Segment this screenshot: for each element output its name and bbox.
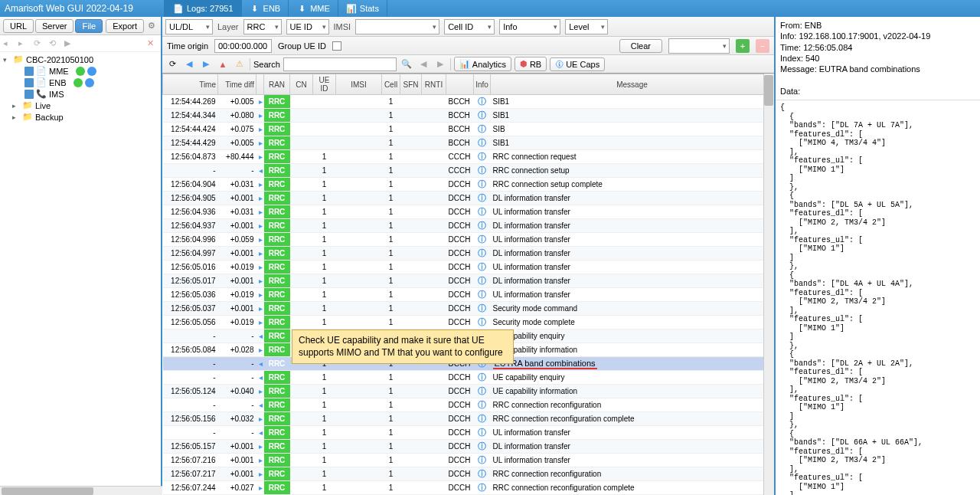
table-row[interactable]: 12:54:44.344+0.080▸RRC1BCCHⓘSIB1 [163, 109, 774, 123]
file-button[interactable]: File [75, 19, 103, 33]
info-icon[interactable]: ⓘ [478, 166, 486, 175]
col-cell[interactable]: Cell [382, 74, 400, 95]
add-button[interactable]: + [736, 39, 750, 53]
group-ueid-checkbox[interactable] [332, 41, 341, 51]
tab-enb[interactable]: ⬇ENB [242, 0, 289, 17]
tab-logs[interactable]: 📄Logs: 27951 [165, 0, 242, 17]
table-row[interactable]: 12:54:44.429+0.005▸RRC1BCCHⓘSIB1 [163, 136, 774, 150]
table-row[interactable]: 12:56:07.216+0.001▸RRC11DCCHⓘUL informat… [163, 454, 774, 467]
info-icon[interactable]: ⓘ [478, 110, 486, 120]
close-icon[interactable]: ✕ [147, 38, 158, 49]
uldl-select[interactable]: UL/DL [165, 19, 213, 34]
info-icon[interactable]: ⓘ [478, 483, 486, 492]
table-row[interactable]: 12:56:05.156+0.032▸RRC11DCCHⓘRRC connect… [163, 412, 774, 426]
binoculars-icon[interactable]: 🔍 [400, 57, 413, 71]
sidebar-scrollbar[interactable] [0, 486, 162, 495]
col-time[interactable]: Time [163, 74, 218, 95]
action-dot-icon[interactable] [85, 78, 94, 87]
info-icon[interactable]: ⓘ [478, 138, 486, 147]
settings-icon[interactable]: ⚙ [145, 21, 158, 31]
tree-enb[interactable]: 📄ENB [2, 77, 159, 88]
tree-ims[interactable]: 📞IMS [2, 88, 159, 100]
uecaps-button[interactable]: 🛈UE Caps [550, 57, 605, 71]
info-icon[interactable]: ⓘ [478, 441, 486, 451]
table-row[interactable]: 12:56:07.244+0.027▸RRC11DCCHⓘRRC connect… [163, 481, 774, 495]
refresh-icon[interactable]: ⟳ [34, 38, 44, 49]
action-dot-icon[interactable] [87, 67, 96, 76]
remove-button[interactable]: − [756, 39, 769, 53]
table-row[interactable]: --◂RRC11CCCHⓘRRC connection setup [163, 164, 774, 178]
col-ueid[interactable]: UE ID [313, 74, 336, 95]
back-icon[interactable]: ◀ [182, 57, 196, 71]
col-diff[interactable]: Time diff [218, 74, 256, 95]
play-icon[interactable]: ▶ [64, 38, 75, 49]
tree-backup[interactable]: ▸📁Backup [2, 111, 159, 123]
table-row[interactable]: 12:56:04.904+0.031▸RRC11DCCHⓘRRC connect… [163, 178, 774, 192]
info-icon[interactable]: ⓘ [478, 290, 486, 299]
search-input[interactable] [283, 57, 397, 71]
server-button[interactable]: Server [35, 19, 74, 33]
col-msg[interactable]: Message [491, 74, 774, 95]
clear-select[interactable] [668, 38, 730, 54]
table-row[interactable]: 12:56:07.217+0.001▸RRC11DCCHⓘRRC connect… [163, 467, 774, 481]
table-row[interactable]: 12:56:04.873+80.444▸RRC11CCCHⓘRRC connec… [163, 150, 774, 164]
forward-icon[interactable]: ▶ [199, 57, 213, 71]
info-icon[interactable]: ⓘ [478, 469, 486, 478]
info-icon[interactable]: ⓘ [478, 179, 486, 188]
table-row[interactable]: 12:56:05.124+0.040▸RRC11DCCHⓘUE capabili… [163, 385, 774, 398]
tab-mme[interactable]: ⬇MME [289, 0, 338, 17]
table-row[interactable]: 12:56:04.996+0.059▸RRC11DCCHⓘUL informat… [163, 233, 774, 247]
tab-stats[interactable]: 📊Stats [338, 0, 387, 17]
info-icon[interactable]: ⓘ [478, 386, 486, 395]
info-select[interactable]: Info [499, 19, 560, 34]
table-row[interactable]: --◂RRC11DCCHⓘRRC connection reconfigurat… [163, 398, 774, 412]
info-icon[interactable]: ⓘ [478, 414, 486, 423]
level-select[interactable]: Level [565, 19, 608, 34]
time-origin-input[interactable] [214, 39, 272, 53]
table-row[interactable]: 12:56:04.997+0.001▸RRC11DCCHⓘDL informat… [163, 247, 774, 261]
tree-mme[interactable]: 📄MME [2, 65, 159, 77]
col-ran[interactable]: RAN [264, 74, 290, 95]
col-ch[interactable] [446, 74, 474, 95]
table-row[interactable]: 12:56:04.937+0.001▸RRC11DCCHⓘDL informat… [163, 219, 774, 233]
table-row[interactable]: 12:56:05.017+0.001▸RRC11DCCHⓘDL informat… [163, 274, 774, 288]
refresh-icon[interactable]: ⟳ [165, 57, 179, 71]
imsi-select[interactable] [355, 19, 439, 34]
col-dir[interactable] [256, 74, 264, 95]
info-icon[interactable]: ⓘ [478, 124, 486, 133]
nav-icon[interactable]: ◂ [3, 38, 14, 49]
next-icon[interactable]: ▶ [433, 57, 447, 71]
export-button[interactable]: Export [106, 19, 144, 33]
info-icon[interactable]: ⓘ [478, 262, 486, 271]
warning-icon[interactable]: ▲ [216, 57, 230, 71]
refresh2-icon[interactable]: ⟲ [49, 38, 60, 49]
table-row[interactable]: 12:54:44.269+0.005▸RRC1BCCHⓘSIB1 [163, 95, 774, 109]
alert-icon[interactable]: ⚠ [233, 57, 247, 71]
info-icon[interactable]: ⓘ [478, 276, 486, 285]
info-icon[interactable]: ⓘ [478, 97, 486, 106]
tree-root[interactable]: ▾📁CBC-2021050100 [2, 54, 159, 65]
table-row[interactable]: 12:56:05.016+0.019▸RRC11DCCHⓘUL informat… [163, 261, 774, 274]
analytics-button[interactable]: 📊Analytics [454, 57, 511, 71]
info-icon[interactable]: ⓘ [478, 400, 486, 409]
info-icon[interactable]: ⓘ [478, 303, 486, 313]
info-icon[interactable]: ⓘ [478, 207, 486, 216]
table-row[interactable]: 12:56:05.157+0.001▸RRC11DCCHⓘDL informat… [163, 440, 774, 454]
info-icon[interactable]: ⓘ [478, 317, 486, 326]
table-row[interactable]: --◂RRC11DCCHⓘUE capability enquiry [163, 371, 774, 385]
col-rnti[interactable]: RNTI [422, 74, 446, 95]
info-icon[interactable]: ⓘ [478, 234, 486, 244]
info-icon[interactable]: ⓘ [478, 221, 486, 230]
table-row[interactable]: 12:56:04.905+0.001▸RRC11DCCHⓘDL informat… [163, 192, 774, 205]
info-icon[interactable]: ⓘ [478, 152, 486, 161]
table-scrollbar[interactable] [763, 74, 774, 495]
nav-icon[interactable]: ▸ [18, 38, 29, 49]
table-row[interactable]: 12:56:05.056+0.019▸RRC11DCCHⓘSecurity mo… [163, 316, 774, 329]
tree-live[interactable]: ▸📁Live [2, 100, 159, 111]
table-row[interactable]: 12:54:44.424+0.075▸RRC1BCCHⓘSIB [163, 123, 774, 136]
table-row[interactable]: 12:56:04.936+0.031▸RRC11DCCHⓘUL informat… [163, 205, 774, 219]
cellid-select[interactable]: Cell ID [444, 19, 495, 34]
detail-body[interactable]: { { "bands": ["DL 7A + UL 7A"], "feature… [776, 100, 980, 495]
rb-button[interactable]: ⬢RB [514, 57, 547, 71]
col-imsi[interactable]: IMSI [336, 74, 382, 95]
